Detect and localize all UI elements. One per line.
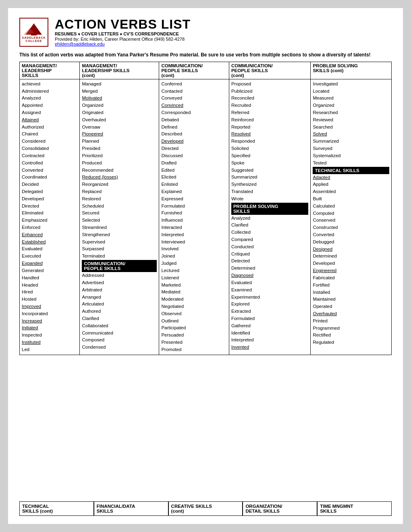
- word: Spoke: [231, 160, 308, 167]
- word: Reduced (losses): [82, 174, 157, 181]
- word: Diagnosed: [231, 272, 308, 279]
- svg-rect-2: [31, 33, 37, 35]
- word: Explored: [231, 301, 308, 308]
- word: Developed: [22, 195, 77, 203]
- word: Instituted: [22, 339, 77, 346]
- word: Debugged: [313, 239, 389, 246]
- subtitle: RESUMES ♦ COVER LETTERS ♦ CV'S CORRESPON…: [55, 31, 191, 36]
- word: Persuaded: [161, 332, 227, 339]
- word: Solved: [313, 131, 389, 138]
- word: Evaluated: [22, 245, 77, 253]
- word: Described: [161, 131, 227, 138]
- word: Experimented: [231, 294, 308, 301]
- word: Attained: [22, 116, 77, 124]
- word: Engineered: [313, 267, 389, 274]
- word: Appointed: [22, 102, 77, 109]
- word: Participated: [161, 324, 227, 332]
- word: Fabricated: [313, 274, 389, 282]
- word: Streamlined: [82, 224, 157, 231]
- word: Located: [313, 88, 389, 95]
- word: Directed: [161, 145, 227, 152]
- section-header-tech: TECHNICAL SKILLS: [313, 167, 389, 174]
- word: Marketed: [161, 282, 227, 289]
- word: Applied: [313, 181, 389, 188]
- word: Coordinated: [22, 174, 77, 181]
- word: Converted: [313, 231, 389, 239]
- col-header-5: PROBLEM SOLVINGSKILLS (cont): [311, 62, 392, 79]
- word: Generated: [22, 267, 77, 274]
- email-link[interactable]: ehilden@saddleback.edu: [55, 42, 191, 46]
- word: Prioritized: [82, 152, 157, 160]
- word: Conserved: [313, 217, 389, 224]
- word: Gathered: [231, 322, 308, 330]
- word: Strengthened: [82, 231, 157, 239]
- word: Outlined: [161, 318, 227, 325]
- word: Overhauled: [313, 310, 389, 318]
- word: Promoted: [161, 346, 227, 353]
- bottom-cell-4: ORGANIZATION/DETAIL SKILLS: [243, 501, 317, 516]
- word: Negotiated: [161, 303, 227, 310]
- word: Summarized: [313, 138, 389, 145]
- word: Selected: [82, 217, 157, 224]
- word: Organized: [82, 102, 157, 109]
- word: Convinced: [161, 102, 227, 109]
- word: Detected: [231, 258, 308, 265]
- bottom-cell-5: TIME MNGMNTSKILLS: [317, 501, 392, 516]
- word: achieved: [22, 81, 77, 88]
- word: Increased: [22, 318, 77, 325]
- word: Originated: [82, 109, 157, 116]
- word: Incorporated: [22, 310, 77, 318]
- word: Enlisted: [161, 181, 227, 188]
- word: Advertised: [82, 279, 157, 287]
- word: Rectified: [313, 332, 389, 339]
- word: Authorized: [22, 124, 77, 131]
- word: Wrote: [231, 195, 308, 203]
- word: Explained: [161, 188, 227, 195]
- word: Invented: [231, 344, 308, 351]
- logo-mountain-svg: [24, 22, 44, 36]
- word: Recommended: [82, 167, 157, 174]
- word: Chaired: [22, 131, 77, 138]
- word: Terminated: [82, 253, 157, 260]
- word: Scheduled: [82, 203, 157, 210]
- word: Contracted: [22, 152, 77, 160]
- word: Assigned: [22, 109, 77, 116]
- word: Expressed: [161, 195, 227, 203]
- word: Mediated: [161, 289, 227, 296]
- col-header-4: COMMUNICATION/PEOPLE SKILLS(cont): [229, 62, 310, 79]
- word: Tested: [313, 160, 389, 167]
- word: Motivated: [82, 95, 157, 102]
- header-text: ACTION VERBS LIST RESUMES ♦ COVER LETTER…: [55, 18, 191, 46]
- word: Converted: [22, 167, 77, 174]
- word: Enhanced: [22, 231, 77, 239]
- word: Specified: [231, 152, 308, 160]
- word: Replaced: [82, 188, 157, 195]
- word: Conducted: [231, 243, 308, 251]
- word: Extracted: [231, 308, 308, 315]
- word: Investigated: [313, 81, 389, 88]
- word: Restored: [82, 195, 157, 203]
- provided-by: Provided by: Eric Hilden, Career Placeme…: [55, 37, 191, 42]
- section-header-prob: PROBLEM SOLVINGSKILLS: [231, 203, 308, 215]
- word: Conveyed: [161, 95, 227, 102]
- word: Operated: [313, 303, 389, 310]
- word: Suggested: [231, 167, 308, 174]
- col4-content: Proposed Publicized Reconciled Recruited…: [229, 79, 310, 355]
- logo: SADDLEBACKCOLLEGE: [19, 18, 48, 47]
- word: Expanded: [22, 260, 77, 267]
- word: Assembled: [313, 188, 389, 195]
- bottom-cell-2: FINANCIAL/DATASKILLS: [94, 501, 168, 516]
- word: Communicated: [82, 330, 157, 337]
- word: Regulated: [313, 339, 389, 346]
- word: Listened: [161, 274, 227, 282]
- word: Reported: [231, 124, 308, 131]
- word: Interpreted: [161, 231, 227, 239]
- word: Administered: [22, 88, 77, 95]
- word: Decided: [22, 181, 77, 188]
- word: Corresponded: [161, 109, 227, 116]
- word: Built: [313, 195, 389, 203]
- word: Analyzed: [231, 215, 308, 222]
- word: Presented: [161, 339, 227, 346]
- word: Observed: [161, 310, 227, 318]
- word: Considered: [22, 138, 77, 145]
